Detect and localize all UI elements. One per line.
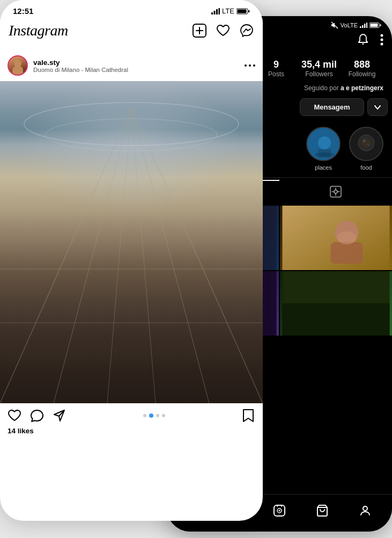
post-username[interactable]: vale.sty bbox=[33, 59, 128, 67]
signal-icon bbox=[211, 8, 220, 14]
avatar[interactable] bbox=[8, 55, 28, 76]
notifications-dark-button[interactable] bbox=[357, 33, 369, 46]
svg-point-33 bbox=[381, 34, 383, 37]
chevron-down-icon bbox=[374, 105, 381, 110]
nav-reels-button[interactable] bbox=[268, 499, 291, 522]
svg-point-50 bbox=[334, 190, 337, 193]
highlight-food-circle bbox=[349, 127, 383, 161]
highlight-places-circle bbox=[306, 127, 341, 161]
svg-rect-28 bbox=[364, 24, 366, 28]
svg-rect-0 bbox=[211, 12, 213, 14]
messenger-icon bbox=[240, 24, 254, 38]
svg-point-44 bbox=[367, 144, 369, 147]
svg-line-18 bbox=[131, 108, 156, 403]
reels-icon bbox=[273, 504, 286, 517]
svg-point-42 bbox=[361, 139, 372, 147]
mute-icon bbox=[331, 21, 338, 29]
nav-shop-button[interactable] bbox=[310, 499, 334, 522]
tab-tagged[interactable] bbox=[279, 180, 392, 203]
stat-following: 888 Following bbox=[341, 59, 383, 78]
followed-by-prefix: Seguido por bbox=[304, 84, 341, 92]
network-label-dark: VoLTE bbox=[341, 22, 358, 28]
followers-count: 35,4 mil bbox=[298, 59, 341, 70]
svg-point-43 bbox=[363, 140, 366, 143]
svg-rect-26 bbox=[360, 26, 361, 28]
post-actions bbox=[0, 403, 263, 426]
svg-rect-6 bbox=[248, 10, 250, 12]
svg-line-13 bbox=[0, 108, 131, 403]
post-user-info: vale.sty Duomo di Milano - Milan Cathedr… bbox=[8, 55, 128, 76]
svg-point-12 bbox=[253, 64, 255, 67]
svg-rect-3 bbox=[219, 8, 220, 14]
post-menu-button[interactable] bbox=[245, 64, 255, 67]
grid-item-2[interactable] bbox=[280, 206, 392, 270]
like-button[interactable] bbox=[8, 409, 21, 423]
instagram-logo: Instagram bbox=[9, 22, 68, 39]
profile-nav-icon bbox=[359, 504, 372, 517]
grid-photo-4 bbox=[280, 271, 392, 336]
pagination-dot-4 bbox=[162, 414, 165, 417]
nav-profile-button[interactable] bbox=[353, 499, 377, 522]
post-image bbox=[0, 81, 263, 403]
post-left-actions bbox=[8, 409, 66, 423]
svg-point-70 bbox=[363, 506, 367, 511]
tag-icon bbox=[330, 186, 342, 198]
svg-point-10 bbox=[245, 64, 247, 67]
more-options-icon bbox=[245, 64, 255, 67]
more-options-dark-button[interactable] bbox=[380, 34, 383, 46]
svg-rect-32 bbox=[380, 24, 381, 26]
network-label: LTE bbox=[222, 7, 234, 15]
highlight-food[interactable]: food bbox=[349, 127, 383, 171]
bookmark-button[interactable] bbox=[241, 409, 255, 423]
ig-header-icons bbox=[192, 23, 254, 38]
svg-rect-57 bbox=[331, 242, 363, 264]
heart-icon bbox=[216, 24, 230, 37]
mensagem-button[interactable]: Mensagem bbox=[300, 98, 364, 116]
status-icons: LTE bbox=[211, 7, 250, 15]
svg-point-37 bbox=[318, 136, 331, 149]
messenger-button[interactable] bbox=[239, 23, 254, 38]
plus-square-icon bbox=[193, 24, 206, 38]
svg-point-24 bbox=[46, 119, 217, 151]
bookmark-icon bbox=[242, 409, 254, 423]
svg-point-11 bbox=[249, 64, 251, 67]
following-label: Following bbox=[341, 70, 383, 78]
places-highlight-image bbox=[307, 128, 341, 161]
highlight-places[interactable]: places bbox=[306, 127, 341, 171]
svg-point-39 bbox=[315, 152, 334, 157]
signal-icon-dark bbox=[360, 23, 367, 28]
svg-rect-2 bbox=[216, 9, 218, 14]
stat-followers: 35,4 mil Followers bbox=[298, 59, 341, 78]
food-highlight-label: food bbox=[360, 164, 372, 171]
person-body bbox=[12, 66, 23, 75]
pagination-dot-1 bbox=[143, 414, 146, 417]
new-post-button[interactable] bbox=[192, 23, 207, 38]
svg-point-34 bbox=[381, 39, 383, 41]
dropdown-button[interactable] bbox=[367, 98, 388, 116]
svg-rect-27 bbox=[362, 25, 364, 28]
food-highlight-image bbox=[350, 127, 382, 161]
followed-by-users[interactable]: a e petzingerx bbox=[341, 84, 383, 92]
post-header: vale.sty Duomo di Milano - Milan Cathedr… bbox=[0, 50, 263, 81]
vertical-dots-icon bbox=[380, 34, 383, 46]
svg-rect-5 bbox=[238, 9, 247, 13]
comment-icon bbox=[30, 409, 44, 423]
svg-point-67 bbox=[279, 510, 280, 511]
battery-icon-dark bbox=[369, 23, 381, 28]
battery-icon bbox=[236, 8, 250, 14]
post-container: vale.sty Duomo di Milano - Milan Cathedr… bbox=[0, 50, 263, 440]
followers-label: Followers bbox=[298, 70, 341, 78]
architecture-overlay bbox=[0, 81, 263, 403]
like-icon bbox=[8, 409, 21, 422]
share-button[interactable] bbox=[53, 409, 66, 423]
dark-status-icons: VoLTE bbox=[331, 21, 381, 29]
svg-rect-62 bbox=[283, 303, 390, 336]
pagination-dot-2 bbox=[149, 413, 153, 418]
post-location: Duomo di Milano - Milan Cathedral bbox=[33, 67, 128, 73]
grid-photo-2 bbox=[280, 206, 392, 270]
grid-item-4[interactable] bbox=[280, 271, 392, 336]
notifications-button[interactable] bbox=[216, 23, 231, 38]
status-bar: 12:51 LTE bbox=[0, 0, 263, 18]
comment-button[interactable] bbox=[30, 409, 44, 423]
following-count: 888 bbox=[341, 59, 383, 70]
